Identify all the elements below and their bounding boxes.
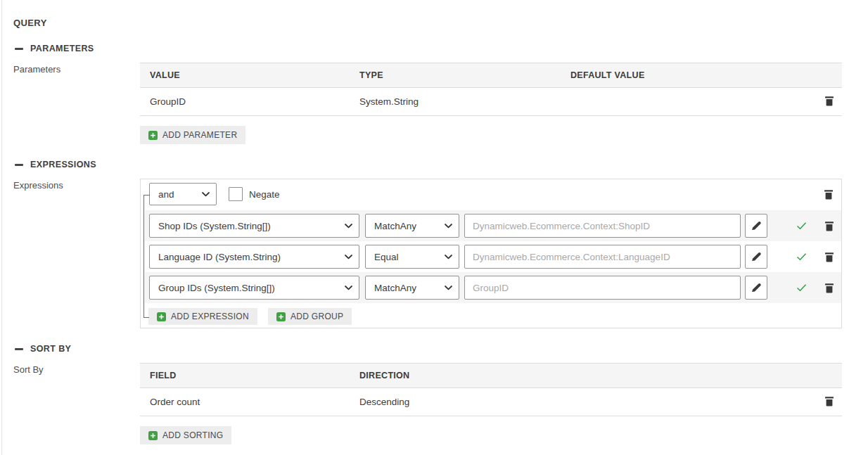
column-header-actions (807, 364, 842, 388)
sorting-direction-cell: Descending (350, 388, 807, 416)
column-header-type: TYPE (350, 63, 561, 88)
expression-field-select[interactable]: Language ID (System.String) (149, 245, 359, 269)
sortby-side-label: Sort By (2, 363, 140, 444)
parameters-section-title: PARAMETERS (30, 44, 94, 53)
expression-value-input[interactable] (464, 276, 741, 300)
column-header-actions (807, 63, 842, 88)
trash-icon (824, 188, 834, 200)
parameters-table: VALUE TYPE DEFAULT VALUE GroupID System.… (140, 63, 842, 116)
collapse-minus-icon[interactable] (15, 348, 23, 350)
delete-expression-button[interactable] (824, 220, 834, 231)
delete-sorting-button[interactable] (824, 395, 834, 406)
expression-field-value: Group IDs (System.String[]) (158, 283, 275, 293)
check-icon (796, 222, 807, 230)
query-editor: QUERY PARAMETERS Parameters VALUE TYPE D… (1, 0, 868, 455)
sortby-section-title: SORT BY (30, 344, 71, 354)
expressions-section: Expressions and Negate (2, 179, 868, 328)
expression-operator-select[interactable]: MatchAny (365, 214, 459, 238)
expression-field-value: Shop IDs (System.String[]) (158, 221, 271, 231)
parameters-section-header: PARAMETERS (15, 44, 868, 53)
expression-group-panel: and Negate Shop IDs (140, 179, 842, 328)
delete-group-button[interactable] (824, 188, 834, 200)
expression-rows: Shop IDs (System.String[]) MatchAny (141, 210, 841, 303)
plus-icon (148, 131, 158, 140)
parameter-type-cell: System.String (350, 88, 561, 116)
plus-icon (157, 312, 166, 321)
expression-row: Shop IDs (System.String[]) MatchAny (145, 210, 841, 241)
sorting-row: Order count Descending (140, 388, 842, 416)
group-operator-value: and (158, 189, 174, 200)
delete-expression-button[interactable] (824, 251, 834, 262)
parameters-side-label: Parameters (2, 63, 140, 144)
expressions-section-title: EXPRESSIONS (30, 160, 96, 169)
edit-value-button[interactable] (745, 245, 767, 269)
chevron-down-icon (445, 224, 452, 229)
column-header-value: VALUE (140, 63, 350, 88)
collapse-minus-icon[interactable] (15, 164, 23, 166)
column-header-direction: DIRECTION (350, 364, 807, 388)
expression-valid-indicator (796, 222, 807, 230)
pencil-icon (751, 252, 761, 262)
expression-row: Language ID (System.String) Equal (145, 241, 841, 272)
expression-operator-select[interactable]: MatchAny (365, 276, 459, 300)
sorting-field-cell: Order count (140, 388, 350, 416)
parameter-value-cell: GroupID (140, 88, 350, 116)
negate-label: Negate (249, 189, 280, 200)
plus-icon (148, 431, 158, 440)
trash-icon (824, 251, 834, 262)
pencil-icon (751, 283, 761, 293)
chevron-down-icon (445, 255, 452, 259)
sortby-table: FIELD DIRECTION Order count Descending (140, 363, 842, 416)
delete-parameter-button[interactable] (824, 95, 834, 106)
add-sorting-label: ADD SORTING (162, 430, 223, 440)
expressions-section-header: EXPRESSIONS (15, 160, 868, 169)
chevron-down-icon (345, 286, 352, 290)
collapse-minus-icon[interactable] (15, 48, 23, 50)
add-parameter-label: ADD PARAMETER (162, 130, 237, 140)
chevron-down-icon (345, 224, 352, 229)
column-header-default-value: DEFAULT VALUE (561, 63, 807, 88)
group-operator-select[interactable]: and (149, 183, 217, 205)
expression-operator-value: MatchAny (374, 221, 416, 231)
expression-value-input[interactable] (464, 214, 741, 238)
group-operator-row: and Negate (141, 179, 841, 205)
expression-operator-value: MatchAny (374, 283, 416, 293)
add-group-button[interactable]: ADD GROUP (268, 308, 352, 325)
sortby-table-header-row: FIELD DIRECTION (140, 364, 842, 388)
sortby-section-header: SORT BY (15, 344, 868, 354)
trash-icon (824, 282, 834, 293)
group-tree-line (143, 317, 149, 318)
add-group-label: ADD GROUP (291, 312, 343, 321)
expression-operator-value: Equal (374, 252, 399, 262)
sortby-section: Sort By FIELD DIRECTION Order count Desc… (2, 363, 868, 444)
group-tree-line (143, 195, 150, 196)
trash-icon (824, 395, 834, 406)
pencil-icon (751, 221, 761, 231)
expression-valid-indicator (796, 283, 807, 292)
expression-row: Group IDs (System.String[]) MatchAny (145, 272, 841, 303)
plus-icon (276, 312, 286, 321)
expression-value-input[interactable] (464, 245, 741, 269)
add-parameter-button[interactable]: ADD PARAMETER (140, 126, 245, 144)
edit-value-button[interactable] (745, 214, 767, 238)
expression-field-select[interactable]: Group IDs (System.String[]) (149, 276, 359, 300)
trash-icon (824, 220, 834, 231)
add-sorting-button[interactable]: ADD SORTING (140, 426, 231, 444)
expression-field-value: Language ID (System.String) (158, 252, 281, 262)
column-header-field: FIELD (140, 364, 350, 388)
delete-expression-button[interactable] (824, 282, 834, 293)
expression-field-select[interactable]: Shop IDs (System.String[]) (149, 214, 359, 238)
trash-icon (824, 95, 834, 106)
add-expression-label: ADD EXPRESSION (171, 312, 249, 321)
chevron-down-icon (445, 286, 452, 290)
add-expression-button[interactable]: ADD EXPRESSION (148, 308, 257, 325)
negate-checkbox[interactable] (229, 187, 243, 201)
expression-valid-indicator (796, 252, 807, 261)
parameters-section: Parameters VALUE TYPE DEFAULT VALUE Grou… (2, 63, 868, 144)
page-title: QUERY (13, 18, 868, 28)
edit-value-button[interactable] (745, 276, 767, 300)
chevron-down-icon (202, 192, 210, 197)
expression-operator-select[interactable]: Equal (365, 245, 459, 269)
parameter-default-cell (561, 88, 807, 116)
group-tree-line (143, 195, 144, 317)
